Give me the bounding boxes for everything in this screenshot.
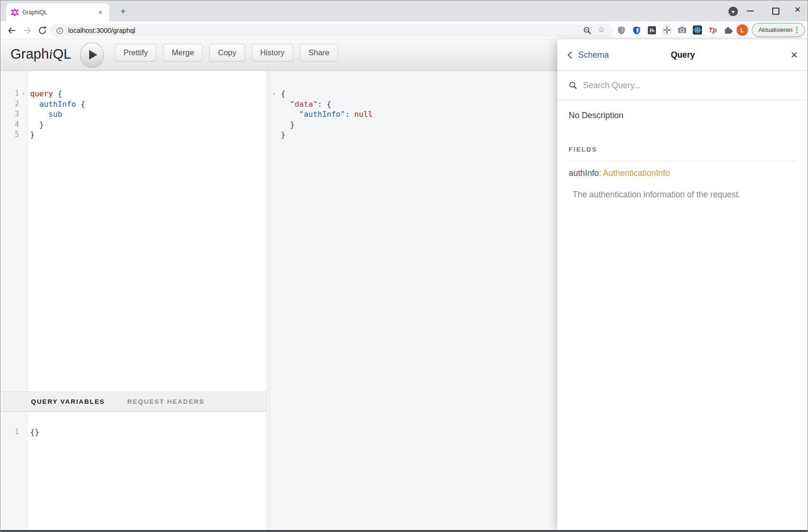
code-line: ▾{ [270, 89, 557, 99]
toolbar-button-prettify[interactable]: Prettify [115, 44, 156, 61]
code-line: 1{} [1, 427, 266, 438]
toolbar-button-share[interactable]: Share [300, 44, 338, 61]
play-icon [89, 50, 97, 60]
code-text: } [281, 120, 295, 130]
fields-section-title: FIELDS [569, 146, 797, 153]
code-line: 1▾query { [1, 89, 266, 99]
graphql-favicon-icon [11, 9, 19, 16]
tp-extension-label: Tp [708, 26, 716, 34]
doc-explorer-title: Query [557, 39, 808, 71]
query-editor-code[interactable]: 1▾query {2 authInfo {3 sub4 }5} [1, 89, 266, 140]
fold-spacer [19, 120, 28, 130]
code-text: } [30, 120, 44, 130]
update-label: Aktualisieren [758, 27, 793, 33]
browser-titlebar: GraphiQL ✕ + ✕ [0, 0, 808, 21]
line-number: 1 [1, 89, 19, 99]
code-text: "authInfo": null [281, 109, 373, 120]
code-text: {} [30, 427, 39, 438]
execute-query-button[interactable] [80, 42, 104, 67]
tp-extension-icon[interactable]: Tp [708, 25, 717, 35]
result-viewer-pane[interactable]: ▾{ "data": { "authInfo": null }} [270, 71, 557, 531]
tab-title: GraphiQL [22, 9, 96, 16]
tab-request-headers[interactable]: REQUEST HEADERS [127, 398, 205, 405]
toolbar-button-copy[interactable]: Copy [209, 44, 245, 61]
new-tab-button[interactable]: + [117, 5, 129, 18]
fold-spacer [19, 130, 28, 140]
close-button[interactable]: ✕ [791, 5, 804, 15]
search-icon [569, 81, 577, 90]
code-text: } [30, 130, 35, 140]
line-number: 2 [1, 99, 19, 110]
extensions-row: P Tp [616, 25, 733, 35]
adblock-extension-icon[interactable] [616, 25, 626, 35]
toolbar-button-merge[interactable]: Merge [163, 44, 203, 61]
code-text: sub [30, 109, 62, 120]
code-text: query { [30, 89, 62, 99]
pane-resize-handle[interactable] [266, 71, 270, 531]
doc-search-row [557, 71, 808, 100]
type-name-link[interactable]: AuthenticationInfo [603, 168, 670, 178]
menu-dots-icon[interactable]: ⋮ [793, 26, 800, 34]
bitwarden-extension-icon[interactable] [632, 25, 641, 35]
fold-arrow-icon[interactable]: ▾ [19, 89, 28, 99]
field-description: The authentication information of the re… [569, 190, 797, 200]
browser-window: GraphiQL ✕ + ✕ localhost:3000/graphql ☆ [0, 0, 808, 532]
result-viewer-code: ▾{ "data": { "authInfo": null }} [270, 89, 557, 140]
camera-extension-icon[interactable] [677, 25, 687, 35]
graphiql-toolbar-buttons: PrettifyMergeCopyHistoryShare [115, 44, 338, 61]
profile-avatar[interactable]: L [736, 24, 748, 36]
doc-close-icon[interactable]: ✕ [790, 39, 798, 71]
fold-spacer [271, 120, 277, 130]
doc-explorer-header: Schema Query ✕ [557, 39, 808, 71]
fold-spacer [19, 427, 28, 438]
minimize-button[interactable] [747, 10, 754, 11]
query-editor-pane[interactable]: 1▾query {2 authInfo {3 sub4 }5} QUERY VA… [1, 71, 266, 531]
fields-divider [569, 161, 797, 161]
fold-spacer [19, 99, 28, 110]
fold-spacer [19, 109, 28, 120]
back-button[interactable] [7, 25, 17, 36]
crosshair-extension-icon[interactable] [662, 25, 672, 35]
code-text: } [281, 130, 286, 140]
doc-search-input[interactable] [582, 80, 775, 91]
code-text: "data": { [281, 99, 331, 110]
zoom-indicator-icon[interactable] [583, 26, 592, 35]
info-icon[interactable] [56, 27, 63, 34]
line-number: 1 [1, 427, 19, 438]
code-line: } [270, 120, 557, 130]
react-devtools-extension-icon[interactable] [693, 25, 702, 35]
tab-query-variables[interactable]: QUERY VARIABLES [31, 398, 105, 405]
browser-tab-graphiql[interactable]: GraphiQL ✕ [6, 3, 109, 21]
code-line: 5} [1, 130, 266, 140]
update-menu-button[interactable]: Aktualisieren ⋮ [752, 23, 805, 37]
code-line: 3 sub [1, 109, 266, 120]
field-separator: : [599, 168, 601, 178]
refresh-button[interactable] [37, 25, 48, 36]
line-number: 3 [1, 109, 19, 120]
query-variables-editor[interactable]: 1{} [1, 412, 266, 531]
fold-arrow-icon[interactable]: ▾ [271, 89, 277, 99]
maximize-button[interactable] [772, 8, 779, 15]
variables-editor-code[interactable]: 1{} [1, 427, 266, 438]
line-number: 4 [1, 120, 19, 130]
fold-spacer [271, 130, 277, 140]
code-line: 2 authInfo { [1, 99, 266, 110]
forward-button[interactable] [22, 25, 32, 36]
secondary-editor-tabs: QUERY VARIABLESREQUEST HEADERS [1, 391, 266, 412]
bookmark-star-icon[interactable]: ☆ [598, 25, 605, 35]
tab-search-button[interactable] [728, 7, 738, 16]
p-extension-icon[interactable]: P [647, 25, 656, 35]
chevron-down-icon [731, 11, 735, 13]
fold-spacer [271, 109, 277, 120]
toolbar-button-history[interactable]: History [252, 44, 293, 61]
code-text: { [281, 89, 286, 99]
line-number: 5 [1, 130, 19, 140]
extensions-puzzle-icon[interactable] [723, 25, 733, 35]
graphiql-logo: GraphiQL [10, 46, 71, 62]
fold-spacer [271, 99, 277, 110]
code-text: authInfo { [30, 99, 85, 110]
address-bar[interactable]: localhost:3000/graphql [50, 24, 613, 37]
field-name-link[interactable]: authInfo [569, 168, 599, 178]
type-description: No Description [569, 111, 797, 121]
tab-close-icon[interactable]: ✕ [96, 9, 104, 17]
